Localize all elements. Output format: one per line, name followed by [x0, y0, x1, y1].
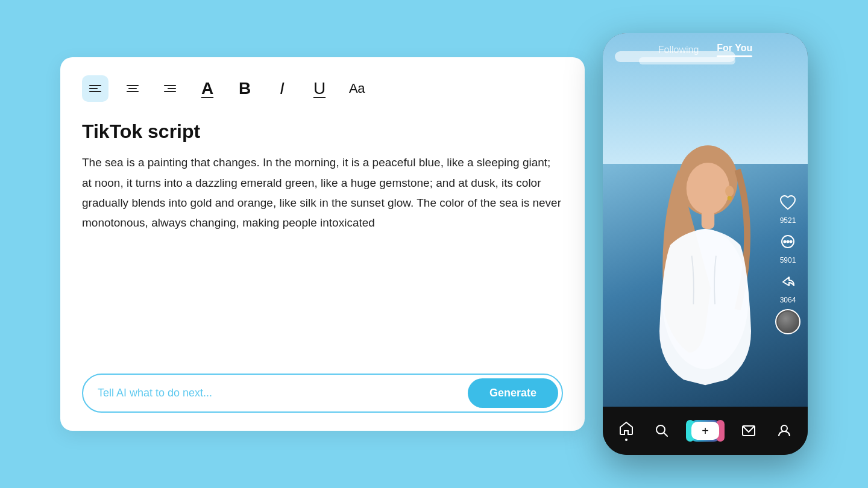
generate-button[interactable]: Generate: [468, 378, 558, 408]
search-icon: [654, 423, 670, 439]
font-color-button[interactable]: A: [194, 75, 221, 102]
add-button[interactable]: +: [690, 420, 721, 442]
home-dot: [625, 439, 627, 441]
editor-title: TikTok script: [82, 120, 563, 143]
tiktok-top-nav: Following For You: [603, 33, 808, 62]
home-icon: [618, 421, 634, 436]
toolbar: A B I U Aa: [82, 75, 563, 108]
like-count: 9521: [780, 216, 796, 225]
share-group: 3064: [775, 269, 800, 304]
woman-figure: [639, 127, 772, 407]
avatar-image: [778, 311, 798, 332]
bold-button[interactable]: B: [231, 75, 258, 102]
tab-following[interactable]: Following: [658, 45, 699, 55]
nav-search[interactable]: [654, 423, 670, 439]
share-button[interactable]: [775, 269, 800, 295]
profile-icon: [776, 423, 792, 439]
comment-button[interactable]: [775, 230, 800, 255]
svg-point-22: [781, 425, 787, 431]
comment-group: 5901: [775, 230, 800, 264]
phone-mockup: Following For You 9521: [603, 33, 808, 455]
svg-point-16: [784, 241, 786, 243]
editor-body: The sea is a painting that changes. In t…: [82, 152, 563, 361]
phone-screen: Following For You 9521: [603, 33, 808, 407]
svg-point-18: [790, 241, 792, 243]
nav-profile[interactable]: [776, 423, 792, 439]
svg-point-17: [787, 241, 789, 243]
svg-rect-12: [702, 210, 714, 229]
editor-content: TikTok script The sea is a painting that…: [82, 120, 563, 361]
font-size-button[interactable]: Aa: [344, 75, 370, 102]
svg-point-14: [728, 196, 732, 200]
tab-underline: [717, 55, 752, 57]
underline-button[interactable]: U: [306, 75, 333, 102]
nav-inbox[interactable]: [741, 423, 756, 439]
add-icon: +: [691, 422, 719, 440]
align-right-button[interactable]: [157, 75, 183, 102]
svg-point-11: [687, 163, 730, 214]
share-count: 3064: [780, 296, 796, 304]
align-left-button[interactable]: [82, 75, 108, 102]
nav-add[interactable]: +: [690, 420, 721, 442]
italic-button[interactable]: I: [269, 75, 295, 102]
creator-avatar[interactable]: [775, 309, 800, 334]
svg-point-13: [725, 186, 734, 196]
align-center-button[interactable]: [119, 75, 146, 102]
tab-for-you[interactable]: For You: [717, 43, 752, 57]
nav-home[interactable]: [618, 421, 634, 441]
like-button[interactable]: [775, 190, 800, 215]
phone-bottom-nav: +: [603, 407, 808, 455]
right-icons: 9521 5901: [775, 190, 800, 334]
ai-input-row: Generate: [82, 374, 563, 413]
comment-count: 5901: [780, 256, 796, 264]
editor-card: A B I U Aa TikTok script The sea is a pa…: [60, 57, 585, 431]
like-group: 9521: [775, 190, 800, 225]
svg-line-20: [664, 433, 668, 437]
main-container: A B I U Aa TikTok script The sea is a pa…: [60, 27, 808, 461]
ai-input[interactable]: [98, 387, 462, 399]
inbox-icon: [741, 423, 756, 439]
